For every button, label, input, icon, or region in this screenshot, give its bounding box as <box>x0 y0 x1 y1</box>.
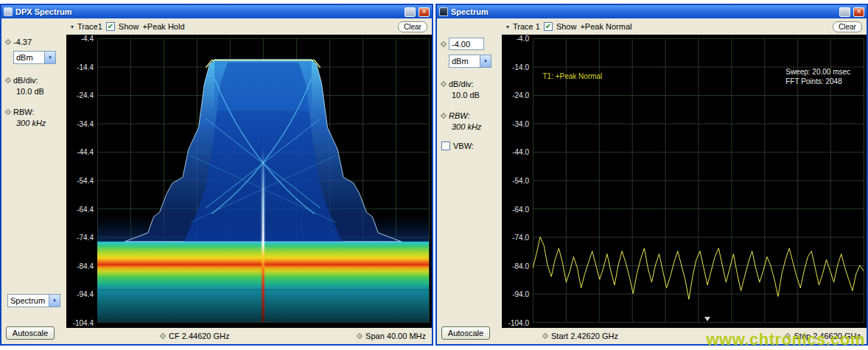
spectrum-graticule[interactable]: T1: +Peak Normal Sweep: 20.00 msec FFT P… <box>533 38 864 323</box>
y-axis-tick-label: -34.4 <box>77 119 94 127</box>
y-axis-tick-label: -4.4 <box>81 35 94 43</box>
y-axis-tick-label: -44.4 <box>77 148 94 156</box>
show-checkbox[interactable]: ✔ <box>106 22 115 31</box>
vbw-label: VBW: <box>453 141 474 150</box>
y-axis-tick-label: -104.0 <box>508 319 529 327</box>
chevron-down-icon[interactable]: ▼ <box>480 55 491 67</box>
dpx-ref-level-value[interactable]: -4.37 <box>13 38 32 46</box>
touch-diamond-icon <box>441 81 447 87</box>
spectrum-unit-selected: dBm <box>449 57 480 66</box>
dpx-dbdiv-value[interactable]: 10.0 dB <box>6 87 63 96</box>
y-axis-tick-label: -24.0 <box>512 91 529 99</box>
spectrum-control-panel: dBm ▼ dB/div: 10.0 dB RBW: 300 kHz VBW: <box>437 18 502 344</box>
y-axis-tick-label: -84.4 <box>77 262 94 270</box>
autoscale-button[interactable]: Autoscale <box>441 326 490 340</box>
dpx-app-icon <box>4 7 13 16</box>
spectrum-y-axis: -4.0-14.0-24.0-34.0-44.0-54.0-64.0-74.0-… <box>502 38 533 323</box>
y-axis-tick-label: -14.4 <box>77 63 94 71</box>
spectrum-trace <box>533 237 864 300</box>
spectrum-trace-selector[interactable]: Trace 1 <box>513 22 540 31</box>
y-axis-tick-label: -94.0 <box>512 290 529 298</box>
spectrum-rbw-value[interactable]: 300 kHz <box>441 122 498 131</box>
spectrum-window: Spectrum ✕ dBm ▼ dB/div: 10.0 dB <box>435 4 868 346</box>
dpx-detector-label[interactable]: +Peak Hold <box>142 22 184 31</box>
show-label: Show <box>556 22 577 31</box>
dpx-y-axis: -4.4-14.4-24.4-34.4-44.4-54.4-64.4-74.4-… <box>66 38 97 323</box>
dpx-window-title: DPX Spectrum <box>15 7 402 16</box>
y-axis-tick-label: -54.0 <box>512 177 529 185</box>
marker-icon[interactable] <box>704 317 710 321</box>
clear-button[interactable]: Clear <box>398 21 427 32</box>
y-axis-tick-label: -74.4 <box>77 234 94 242</box>
start-frequency-readout[interactable]: Start 2.42620 GHz <box>551 332 618 340</box>
dpx-control-panel: -4.37 dBm ▼ dB/div: 10.0 dB RBW: 300 kHz <box>1 18 66 344</box>
spectrum-plot-area: -4.0-14.0-24.0-34.0-44.0-54.0-64.0-74.0-… <box>502 35 867 328</box>
autoscale-button[interactable]: Autoscale <box>6 326 55 340</box>
chevron-down-icon[interactable]: ▼ <box>49 295 60 307</box>
touch-diamond-icon <box>5 109 11 115</box>
dpx-unit-dropdown[interactable]: dBm ▼ <box>13 51 56 64</box>
spectrum-titlebar[interactable]: Spectrum ✕ <box>437 5 867 18</box>
spectrum-unit-dropdown[interactable]: dBm ▼ <box>449 55 491 68</box>
spectrum-dbdiv-value[interactable]: 10.0 dB <box>441 91 498 99</box>
dpx-plot-area: -4.4-14.4-24.4-34.4-44.4-54.4-64.4-74.4-… <box>66 35 432 328</box>
y-axis-tick-label: -104.4 <box>73 319 94 327</box>
dpx-trace-selector[interactable]: Trace1 <box>77 22 102 31</box>
spectrum-dbdiv-label: dB/div: <box>449 80 474 88</box>
dpx-rbw-value[interactable]: 300 kHz <box>6 119 63 127</box>
y-axis-tick-label: -74.0 <box>512 234 529 242</box>
touch-diamond-icon <box>542 333 548 339</box>
touch-diamond-icon <box>160 333 166 339</box>
y-axis-tick-label: -94.4 <box>77 290 94 298</box>
clear-button[interactable]: Clear <box>833 21 862 32</box>
close-icon[interactable]: ✕ <box>419 7 430 17</box>
dpx-titlebar[interactable]: DPX Spectrum ✕ <box>1 5 432 18</box>
y-axis-tick-label: -44.0 <box>512 148 529 156</box>
y-axis-tick-label: -64.0 <box>512 205 529 213</box>
dpx-display-selected: Spectrum <box>8 296 49 305</box>
touch-diamond-icon <box>5 39 11 45</box>
spectrum-rbw-label: RBW: <box>449 111 470 120</box>
center-frequency-readout[interactable]: CF 2.44620 GHz <box>169 332 230 340</box>
fft-points-readout: FFT Points: 2048 <box>785 77 850 87</box>
spectrum-app-icon <box>439 7 448 16</box>
dpx-dbdiv-label: dB/div: <box>13 76 38 85</box>
vbw-checkbox[interactable] <box>441 141 450 150</box>
dpx-display-dropdown[interactable]: Spectrum ▼ <box>7 294 60 307</box>
touch-diamond-icon <box>357 333 363 339</box>
titlebar-aux-button[interactable] <box>405 7 416 17</box>
close-icon[interactable]: ✕ <box>853 7 864 17</box>
y-axis-tick-label: -14.0 <box>512 63 529 71</box>
chevron-down-icon[interactable]: ▼ <box>44 52 55 63</box>
dpx-footer: CF 2.44620 GHz Span 40.00 MHz <box>66 328 432 344</box>
titlebar-aux-button[interactable] <box>839 7 850 17</box>
dpx-unit-selected: dBm <box>14 53 44 62</box>
dpx-spectrum-window: DPX Spectrum ✕ -4.37 dBm ▼ dB/div: 10.0 … <box>0 4 433 346</box>
spectrum-window-title: Spectrum <box>451 7 836 16</box>
spectrum-trace-bar: ▾ Trace 1 ✔ Show +Peak Normal Clear <box>502 18 867 35</box>
show-checkbox[interactable]: ✔ <box>544 22 553 31</box>
y-axis-tick-label: -54.4 <box>77 177 94 185</box>
spectrum-detector-label[interactable]: +Peak Normal <box>580 22 631 31</box>
touch-diamond-icon <box>441 41 447 46</box>
ref-level-input[interactable] <box>449 38 484 50</box>
trace-info-annotation: T1: +Peak Normal <box>542 72 602 80</box>
y-axis-tick-label: -64.4 <box>77 205 94 213</box>
sweep-info-annotation: Sweep: 20.00 msec FFT Points: 2048 <box>785 67 850 87</box>
y-axis-tick-label: -34.0 <box>512 119 529 127</box>
show-label: Show <box>119 22 139 31</box>
dpx-graticule[interactable] <box>97 38 430 323</box>
y-axis-tick-label: -4.0 <box>517 35 529 43</box>
chevron-down-icon[interactable]: ▾ <box>71 24 74 30</box>
desktop: DPX Spectrum ✕ -4.37 dBm ▼ dB/div: 10.0 … <box>0 0 868 350</box>
dpx-rbw-label: RBW: <box>13 108 35 116</box>
dpx-bitmap-display <box>97 38 429 322</box>
sweep-time-readout: Sweep: 20.00 msec <box>785 67 850 77</box>
chevron-down-icon[interactable]: ▾ <box>506 24 509 30</box>
y-axis-tick-label: -24.4 <box>77 91 94 99</box>
y-axis-tick-label: -84.0 <box>512 262 529 270</box>
span-readout[interactable]: Span 40.00 MHz <box>365 332 426 340</box>
touch-diamond-icon <box>441 113 447 119</box>
touch-diamond-icon <box>5 77 11 83</box>
dpx-trace-bar: ▾ Trace1 ✔ Show +Peak Hold Clear <box>66 18 432 35</box>
